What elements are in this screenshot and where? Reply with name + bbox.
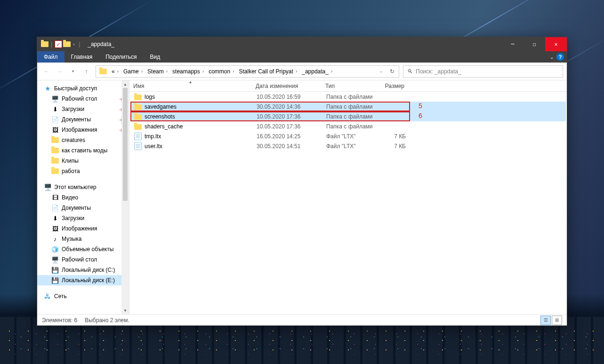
search-input[interactable]: Поиск: _appdata_ [416, 68, 461, 75]
forward-button[interactable]: → [54, 66, 65, 77]
download-icon: ⬇ [51, 105, 59, 113]
sidebar-item[interactable]: 📄Документы [37, 203, 129, 213]
refresh-button[interactable]: ↻ [387, 68, 398, 75]
columns-header: Имя▲ Дата изменения Тип Размер [129, 80, 567, 92]
maximize-button[interactable]: ☐ [523, 37, 545, 51]
quick-access[interactable]: ★Быстрый доступ [37, 83, 129, 94]
column-type[interactable]: Тип [322, 80, 376, 91]
view-tab[interactable]: Вид [143, 51, 167, 63]
status-bar: Элементов: 6 Выбрано 2 элем. ☰ ⊞ [37, 314, 567, 325]
explorer-window: | ✓ ▾ | _appdata_ ─ ☐ ✕ Файл Главная Под… [37, 37, 567, 326]
sidebar-item[interactable]: 💾Локальный диск (E:) [37, 275, 129, 285]
search-icon: 🔍︎ [407, 68, 413, 75]
sidebar-item[interactable]: 💾Локальный диск (C:) [37, 265, 129, 275]
window-title: _appdata_ [85, 41, 114, 47]
file-type: Папка с файлами [322, 103, 377, 110]
up-button[interactable]: ↑ [81, 66, 92, 77]
file-type: Папка с файлами [322, 113, 377, 120]
file-row[interactable]: logs10.05.2020 16:59Папка с файлами [130, 92, 566, 102]
sidebar-item[interactable]: как ставить моды [37, 145, 129, 156]
minimize-button[interactable]: ─ [502, 37, 523, 51]
scroll-up[interactable]: ▲ [121, 80, 129, 88]
expand-ribbon-icon[interactable]: ⌄ [550, 55, 554, 60]
file-row[interactable]: user.ltx30.05.2020 14:51Файл "LTX"7 КБ [130, 141, 566, 151]
sidebar-item[interactable]: 🧊Объемные объекты [37, 244, 129, 254]
sidebar-item[interactable]: Клипы [37, 156, 129, 166]
sidebar-item[interactable]: ♪Музыка [37, 234, 129, 244]
breadcrumb-item[interactable]: _appdata_› [299, 66, 335, 77]
ribbon-tabs: Файл Главная Поделиться Вид ⌄ ? [37, 51, 567, 63]
folder-icon[interactable] [97, 66, 109, 77]
sidebar-item[interactable]: 🖥️Рабочий стол [37, 254, 129, 265]
sidebar-item[interactable]: работа [37, 166, 129, 176]
file-row[interactable]: shaders_cache10.05.2020 17:36Папка с фай… [130, 121, 566, 131]
address-dropdown[interactable]: ⌄ [375, 66, 387, 77]
search-box[interactable]: 🔍︎ Поиск: _appdata_ [403, 65, 563, 78]
sidebar-item[interactable]: ⬇Загрузки📌 [37, 104, 129, 114]
checkbox-icon[interactable]: ✓ [55, 40, 62, 48]
scroll-down[interactable]: ▼ [121, 307, 129, 314]
breadcrumb-item[interactable]: steamapps› [170, 66, 206, 77]
details-view-button[interactable]: ☰ [540, 316, 551, 325]
file-list-pane: Имя▲ Дата изменения Тип Размер 5 6 logs1… [129, 80, 567, 314]
qat-separator: | [77, 41, 81, 47]
folder-icon [134, 104, 142, 110]
qat: | ✓ ▾ | [37, 40, 85, 48]
file-name: savedgames [145, 103, 177, 110]
file-date: 16.05.2020 14:25 [253, 133, 322, 140]
folder-icon [63, 40, 71, 48]
pic-icon: 🖼 [51, 126, 59, 134]
history-dropdown[interactable]: ▾ [67, 66, 79, 77]
sidebar-item[interactable]: 🎞Видео [37, 192, 129, 203]
navigation-bar: ← → ▾ ↑ «› Game› Steam› steamapps› commo… [37, 63, 567, 80]
column-size[interactable]: Размер [376, 80, 409, 91]
file-row[interactable]: tmp.ltx16.05.2020 14:25Файл "LTX"7 КБ [130, 131, 566, 141]
breadcrumb-overflow[interactable]: «› [109, 66, 121, 77]
scrollbar[interactable]: ▲ ▼ [121, 80, 129, 314]
sidebar-item[interactable]: 🖼Изображения📌 [37, 125, 129, 135]
file-name: screenshots [145, 113, 175, 120]
sidebar-item[interactable]: 📄Документы📌 [37, 114, 129, 125]
download-icon: ⬇ [51, 214, 59, 222]
titlebar[interactable]: | ✓ ▾ | _appdata_ ─ ☐ ✕ [37, 37, 567, 51]
back-button[interactable]: ← [41, 66, 52, 77]
sidebar-item[interactable]: 🖥️Рабочий стол📌 [37, 94, 129, 104]
breadcrumb-item[interactable]: common› [206, 66, 236, 77]
close-button[interactable]: ✕ [545, 37, 567, 51]
file-row[interactable]: savedgames30.05.2020 14:36Папка с файлам… [130, 102, 566, 111]
scroll-thumb[interactable] [123, 88, 128, 201]
sidebar-item[interactable]: creatures [37, 135, 129, 145]
file-date: 10.05.2020 16:59 [253, 94, 322, 100]
file-row[interactable]: screenshots10.05.2020 17:36Папка с файла… [130, 111, 566, 121]
star-icon: ★ [44, 85, 51, 92]
cube-icon: 🧊 [51, 245, 59, 253]
breadcrumb-item[interactable]: Steam› [145, 66, 170, 77]
sidebar-item[interactable]: ⬇Загрузки [37, 213, 129, 223]
file-size: 7 КБ [377, 143, 410, 150]
address-bar[interactable]: «› Game› Steam› steamapps› common› Stalk… [96, 65, 399, 78]
folder-icon [134, 124, 142, 130]
folder-icon [51, 136, 59, 144]
file-menu[interactable]: Файл [37, 51, 64, 63]
sidebar-item[interactable]: 🖼Изображения [37, 223, 129, 234]
breadcrumb-item[interactable]: Stalker Call of Pripyat› [237, 66, 300, 77]
share-tab[interactable]: Поделиться [99, 51, 143, 63]
icons-view-button[interactable]: ⊞ [552, 316, 562, 325]
network[interactable]: 🖧Сеть [37, 291, 129, 301]
this-pc[interactable]: 🖥️Этот компьютер [37, 182, 129, 192]
folder-icon [134, 114, 142, 120]
folder-icon [51, 157, 59, 165]
qat-chevron[interactable]: ▾ [72, 42, 76, 47]
file-type: Файл "LTX" [322, 133, 377, 140]
file-name: logs [145, 94, 155, 100]
breadcrumb-item[interactable]: Game› [121, 66, 145, 77]
file-name: shaders_cache [145, 123, 183, 130]
navigation-pane: ★Быстрый доступ 🖥️Рабочий стол📌⬇Загрузки… [37, 80, 129, 314]
column-date[interactable]: Дата изменения [252, 80, 322, 91]
home-tab[interactable]: Главная [64, 51, 99, 63]
music-icon: ♪ [51, 235, 59, 243]
video-icon: 🎞 [51, 194, 59, 201]
column-name[interactable]: Имя▲ [129, 80, 252, 91]
folder-icon [51, 147, 59, 154]
help-icon[interactable]: ? [556, 53, 564, 61]
